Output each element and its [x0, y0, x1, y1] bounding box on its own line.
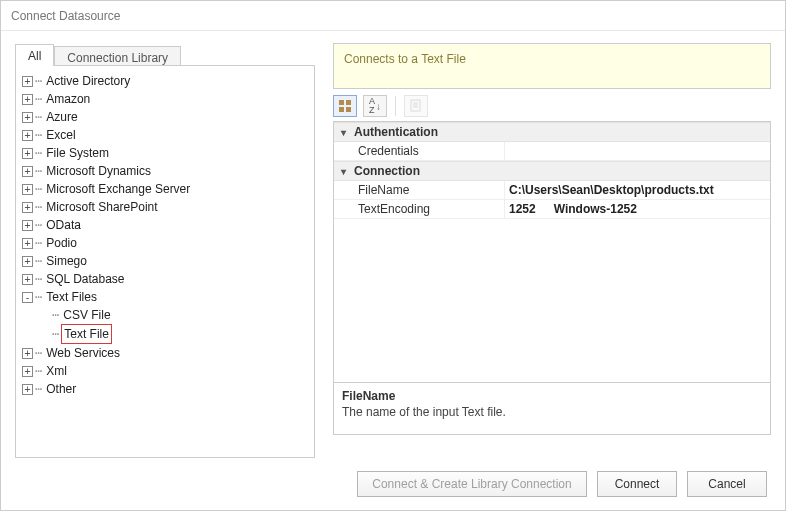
svg-rect-2 — [339, 107, 344, 112]
property-value[interactable] — [504, 142, 770, 160]
svg-rect-1 — [346, 100, 351, 105]
categorized-icon — [338, 99, 352, 113]
property-name: TextEncoding — [334, 200, 504, 218]
tree-item[interactable]: Microsoft Exchange Server — [44, 180, 192, 198]
separator — [395, 96, 396, 116]
tree-dots-icon: ⋯ — [35, 144, 41, 162]
tree-dots-icon: ⋯ — [35, 234, 41, 252]
datasource-tree[interactable]: +⋯Active Directory +⋯Amazon +⋯Azure +⋯Ex… — [15, 65, 315, 458]
tree-item[interactable]: Xml — [44, 362, 69, 380]
tree-item[interactable]: Podio — [44, 234, 79, 252]
category-label: Authentication — [354, 125, 438, 139]
tree-dots-icon: ⋯ — [35, 126, 41, 144]
plus-icon[interactable]: + — [22, 220, 33, 231]
tree-dots-icon: ⋯ — [35, 72, 41, 90]
plus-icon[interactable]: + — [22, 238, 33, 249]
tree-item-csv-file[interactable]: CSV File — [61, 306, 112, 324]
tree-dots-icon: ⋯ — [35, 288, 41, 306]
description-title: FileName — [342, 389, 762, 403]
encoding-name: Windows-1252 — [554, 202, 637, 216]
property-grid[interactable]: ▾ Authentication Credentials ▾ Connectio… — [333, 121, 771, 383]
property-description: FileName The name of the input Text file… — [333, 383, 771, 435]
property-name: Credentials — [334, 142, 504, 160]
plus-icon[interactable]: + — [22, 184, 33, 195]
property-row-textencoding[interactable]: TextEncoding 1252 Windows-1252 — [334, 200, 770, 219]
tree-dots-icon: ⋯ — [35, 252, 41, 270]
plus-icon[interactable]: + — [22, 274, 33, 285]
tree-item[interactable]: SQL Database — [44, 270, 126, 288]
plus-icon[interactable]: + — [22, 348, 33, 359]
tree-item[interactable]: OData — [44, 216, 83, 234]
svg-rect-3 — [346, 107, 351, 112]
info-banner: Connects to a Text File — [333, 43, 771, 89]
sort-az-icon: AZ — [369, 97, 375, 115]
dialog-body: All Connection Library +⋯Active Director… — [1, 33, 785, 458]
tab-connection-library[interactable]: Connection Library — [54, 46, 181, 66]
tab-all[interactable]: All — [15, 44, 54, 66]
cancel-button[interactable]: Cancel — [687, 471, 767, 497]
tree-dots-icon: ⋯ — [52, 306, 58, 324]
plus-icon[interactable]: + — [22, 94, 33, 105]
plus-icon[interactable]: + — [22, 366, 33, 377]
svg-rect-0 — [339, 100, 344, 105]
tab-strip: All Connection Library — [15, 44, 315, 66]
tree-dots-icon: ⋯ — [35, 270, 41, 288]
property-value[interactable]: 1252 Windows-1252 — [504, 200, 770, 218]
tree-dots-icon: ⋯ — [35, 362, 41, 380]
tree-dots-icon: ⋯ — [52, 325, 58, 343]
tree-item[interactable]: Web Services — [44, 344, 122, 362]
plus-icon[interactable]: + — [22, 148, 33, 159]
pages-icon — [409, 99, 423, 113]
tree-dots-icon: ⋯ — [35, 216, 41, 234]
alphabetical-view-button[interactable]: AZ↓ — [363, 95, 387, 117]
category-authentication[interactable]: ▾ Authentication — [334, 122, 770, 142]
plus-icon[interactable]: + — [22, 384, 33, 395]
description-body: The name of the input Text file. — [342, 405, 762, 419]
tree-dots-icon: ⋯ — [35, 198, 41, 216]
window-title: Connect Datasource — [1, 1, 785, 31]
plus-icon[interactable]: + — [22, 76, 33, 87]
tree-item[interactable]: Microsoft Dynamics — [44, 162, 153, 180]
arrow-down-icon: ↓ — [376, 101, 381, 112]
property-name: FileName — [334, 181, 504, 199]
property-row-credentials[interactable]: Credentials — [334, 142, 770, 161]
plus-icon[interactable]: + — [22, 130, 33, 141]
chevron-down-icon: ▾ — [338, 166, 348, 177]
tree-item[interactable]: Azure — [44, 108, 79, 126]
chevron-down-icon: ▾ — [338, 127, 348, 138]
category-connection[interactable]: ▾ Connection — [334, 161, 770, 181]
property-pages-button — [404, 95, 428, 117]
property-toolbar: AZ↓ — [333, 89, 771, 121]
categorized-view-button[interactable] — [333, 95, 357, 117]
connect-create-library-button[interactable]: Connect & Create Library Connection — [357, 471, 587, 497]
tree-dots-icon: ⋯ — [35, 162, 41, 180]
tree-dots-icon: ⋯ — [35, 380, 41, 398]
tree-item[interactable]: Other — [44, 380, 78, 398]
tree-item-text-files[interactable]: Text Files — [44, 288, 99, 306]
tree-dots-icon: ⋯ — [35, 344, 41, 362]
right-pane: Connects to a Text File AZ↓ ▾ Authentica… — [333, 43, 771, 435]
tree-item[interactable]: Amazon — [44, 90, 92, 108]
tree-item[interactable]: Excel — [44, 126, 77, 144]
connect-button[interactable]: Connect — [597, 471, 677, 497]
property-row-filename[interactable]: FileName C:\Users\Sean\Desktop\products.… — [334, 181, 770, 200]
tree-item[interactable]: Microsoft SharePoint — [44, 198, 159, 216]
plus-icon[interactable]: + — [22, 202, 33, 213]
encoding-code: 1252 — [509, 202, 536, 216]
property-value[interactable]: C:\Users\Sean\Desktop\products.txt — [504, 181, 770, 199]
category-label: Connection — [354, 164, 420, 178]
tree-item[interactable]: Simego — [44, 252, 89, 270]
dialog-footer: Connect & Create Library Connection Conn… — [1, 458, 785, 510]
tree-dots-icon: ⋯ — [35, 108, 41, 126]
plus-icon[interactable]: + — [22, 256, 33, 267]
plus-icon[interactable]: + — [22, 166, 33, 177]
tree-item[interactable]: File System — [44, 144, 111, 162]
tree-item[interactable]: Active Directory — [44, 72, 132, 90]
minus-icon[interactable]: - — [22, 292, 33, 303]
left-pane: All Connection Library +⋯Active Director… — [15, 43, 315, 458]
plus-icon[interactable]: + — [22, 112, 33, 123]
tree-dots-icon: ⋯ — [35, 90, 41, 108]
tree-dots-icon: ⋯ — [35, 180, 41, 198]
tree-item-text-file[interactable]: Text File — [61, 324, 112, 344]
